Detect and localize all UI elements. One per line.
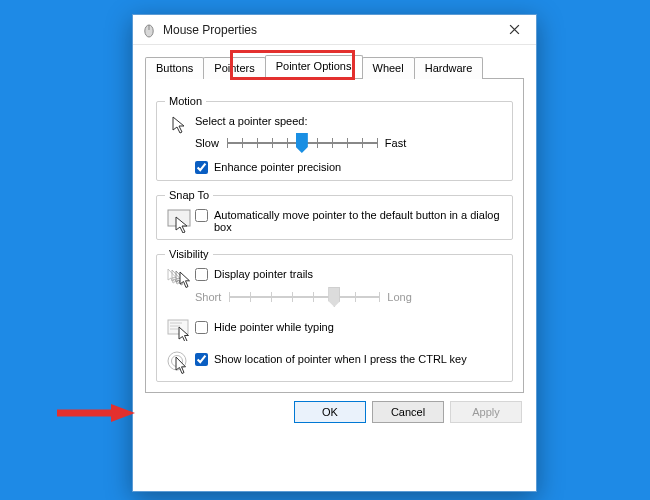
ctrl-locator-icon — [165, 351, 195, 375]
group-visibility: Visibility Display pointer tr — [156, 248, 513, 382]
pointer-trails-input[interactable] — [195, 268, 208, 281]
cursor-icon — [165, 115, 195, 135]
ctrl-locator-input[interactable] — [195, 353, 208, 366]
trails-length-thumb — [328, 287, 340, 307]
motion-slow-label: Slow — [195, 137, 219, 149]
group-snap-to: Snap To Automatically move pointer to th… — [156, 189, 513, 240]
enhance-precision-label: Enhance pointer precision — [214, 161, 341, 173]
mouse-icon — [141, 22, 157, 38]
hide-pointer-label: Hide pointer while typing — [214, 321, 334, 333]
ctrl-locator-checkbox[interactable]: Show location of pointer when I press th… — [195, 353, 504, 366]
group-motion-legend: Motion — [165, 95, 206, 107]
tab-buttons[interactable]: Buttons — [145, 57, 204, 79]
arrow-annotation — [55, 403, 135, 423]
group-motion: Motion Select a pointer speed: Slow — [156, 95, 513, 181]
hide-pointer-icon — [165, 319, 195, 341]
window-title: Mouse Properties — [163, 23, 492, 37]
pointer-trails-checkbox[interactable]: Display pointer trails — [195, 268, 504, 281]
ok-button[interactable]: OK — [294, 401, 366, 423]
snap-to-icon — [165, 209, 195, 233]
pointer-trails-label: Display pointer trails — [214, 268, 313, 280]
trails-long-label: Long — [387, 291, 411, 303]
tab-pointer-options[interactable]: Pointer Options — [265, 55, 363, 78]
snap-to-checkbox[interactable]: Automatically move pointer to the defaul… — [195, 209, 504, 233]
hide-pointer-input[interactable] — [195, 321, 208, 334]
group-snap-legend: Snap To — [165, 189, 213, 201]
tab-strip: Buttons Pointers Pointer Options Wheel H… — [145, 55, 524, 78]
pointer-speed-slider[interactable] — [227, 131, 377, 155]
close-icon — [509, 24, 520, 35]
dialog-buttons: OK Cancel Apply — [145, 393, 524, 423]
tab-panel: Motion Select a pointer speed: Slow — [145, 78, 524, 393]
dialog-content: Buttons Pointers Pointer Options Wheel H… — [133, 45, 536, 433]
cancel-button[interactable]: Cancel — [372, 401, 444, 423]
titlebar[interactable]: Mouse Properties — [133, 15, 536, 45]
enhance-precision-input[interactable] — [195, 161, 208, 174]
tab-wheel[interactable]: Wheel — [362, 57, 415, 79]
pointer-trails-icon — [165, 268, 195, 290]
motion-label: Select a pointer speed: — [195, 115, 504, 127]
mouse-properties-window: Mouse Properties Buttons Pointers Pointe… — [132, 14, 537, 492]
trails-length-slider — [229, 285, 379, 309]
hide-pointer-checkbox[interactable]: Hide pointer while typing — [195, 321, 504, 334]
pointer-speed-thumb[interactable] — [296, 133, 308, 153]
tab-pointers[interactable]: Pointers — [203, 57, 265, 79]
close-button[interactable] — [492, 15, 536, 45]
snap-to-input[interactable] — [195, 209, 208, 222]
apply-button: Apply — [450, 401, 522, 423]
group-visibility-legend: Visibility — [165, 248, 213, 260]
motion-fast-label: Fast — [385, 137, 406, 149]
tab-hardware[interactable]: Hardware — [414, 57, 484, 79]
snap-to-label: Automatically move pointer to the defaul… — [214, 209, 504, 233]
enhance-precision-checkbox[interactable]: Enhance pointer precision — [195, 161, 504, 174]
trails-short-label: Short — [195, 291, 221, 303]
ctrl-locator-label: Show location of pointer when I press th… — [214, 353, 467, 365]
